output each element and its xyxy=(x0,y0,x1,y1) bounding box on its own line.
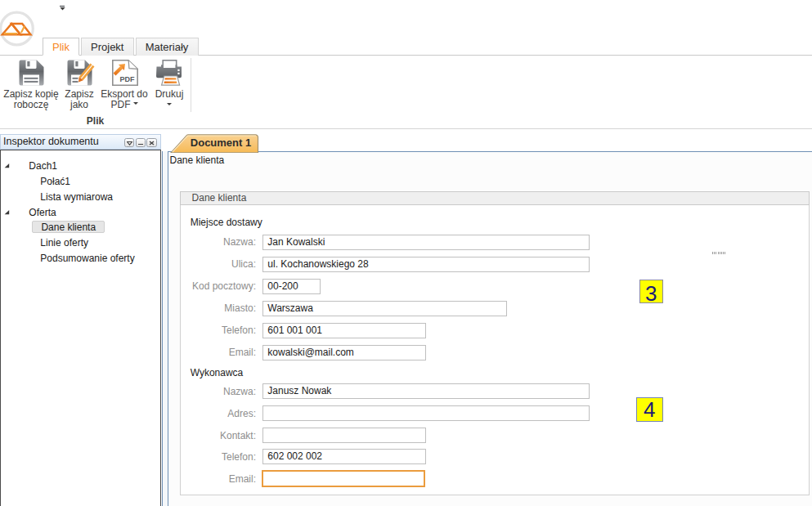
svg-text:Document 1: Document 1 xyxy=(191,137,251,149)
svg-text:PDF: PDF xyxy=(119,75,135,83)
